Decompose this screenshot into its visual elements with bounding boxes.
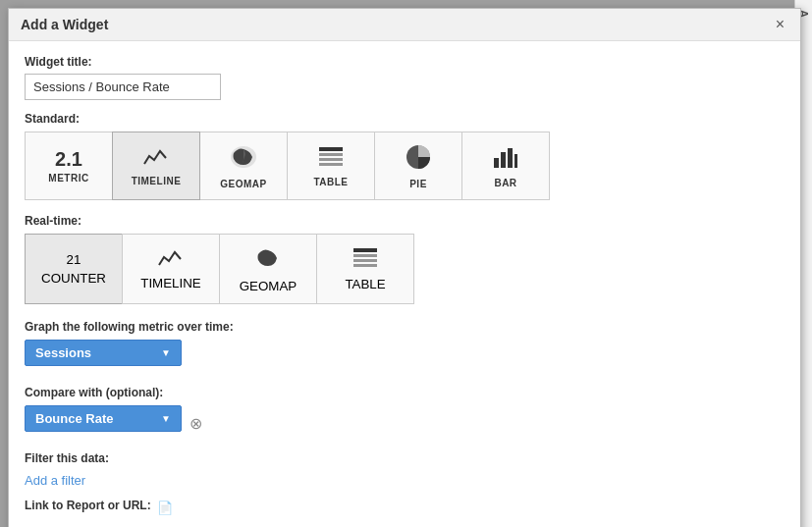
filter-section: Filter this data: Add a filter [25,451,785,489]
standard-pie-btn[interactable]: PIE [374,132,462,200]
svg-rect-12 [353,259,377,262]
svg-rect-1 [319,147,343,151]
svg-rect-11 [353,254,377,257]
add-widget-dialog: Add a Widget × Widget title: Standard: 2… [8,8,801,527]
standard-timeline-btn[interactable]: TIMELINE [112,132,200,200]
dialog-body: Widget title: Standard: 2.1 METRIC [9,41,800,527]
realtime-table-btn[interactable]: TABLE [316,234,414,304]
chevron-down-icon: ▼ [161,347,171,358]
compare-with-section: Compare with (optional): Bounce Rate ▼ ⊗ [25,386,785,442]
standard-metric-btn[interactable]: 2.1 METRIC [25,132,113,200]
realtime-timeline-icon [157,247,185,272]
svg-rect-9 [514,154,517,168]
compare-with-dropdown[interactable]: Bounce Rate ▼ [25,405,182,432]
standard-section-label: Standard: [25,112,785,126]
metric-label: METRIC [48,173,88,184]
geomap-icon [229,143,258,175]
graph-metric-dropdown[interactable]: Sessions ▼ [25,340,182,366]
close-button[interactable]: × [772,17,788,32]
standard-table-btn[interactable]: TABLE [287,132,375,200]
svg-rect-7 [501,152,506,168]
svg-rect-6 [494,158,499,168]
dialog-overlay: A Add a Widget × Widget title: Standard:… [0,0,812,527]
compare-chevron-down-icon: ▼ [161,413,171,424]
realtime-timeline-btn[interactable]: TIMELINE [122,234,220,304]
table-icon [317,145,345,173]
document-icon[interactable]: 📄 [157,501,173,515]
realtime-table-label: TABLE [345,277,385,291]
widget-title-input[interactable] [25,74,221,100]
svg-rect-3 [319,158,343,161]
realtime-counter-btn[interactable]: 21 COUNTER [25,234,123,304]
compare-with-label: Compare with (optional): [25,386,785,399]
clear-compare-icon[interactable]: ⊗ [189,414,202,433]
svg-rect-4 [319,163,343,166]
graph-metric-label: Graph the following metric over time: [25,320,785,334]
standard-geomap-btn[interactable]: GEOMAP [199,132,288,200]
compare-with-row: Bounce Rate ▼ ⊗ [25,405,785,442]
metric-number: 2.1 [55,149,82,169]
standard-type-grid: 2.1 METRIC TIMELINE [25,132,785,200]
filter-label: Filter this data: [25,451,785,465]
svg-rect-8 [508,148,513,168]
realtime-type-grid: 21 COUNTER TIMELINE [25,234,785,304]
realtime-section-label: Real-time: [25,214,785,228]
table-label: TABLE [313,177,348,187]
timeline-icon [142,146,170,172]
counter-label: COUNTER [41,271,106,286]
graph-metric-section: Graph the following metric over time: Se… [25,320,785,376]
pie-label: PIE [409,179,427,189]
standard-bar-btn[interactable]: BAR [461,132,550,200]
compare-with-value: Bounce Rate [35,411,113,426]
realtime-timeline-label: TIMELINE [140,276,200,290]
timeline-label: TIMELINE [132,176,182,186]
counter-number: 21 [67,252,81,267]
realtime-geomap-btn[interactable]: GEOMAP [219,234,317,304]
svg-rect-2 [319,153,343,156]
pie-icon [405,143,432,175]
dialog-title: Add a Widget [21,17,108,32]
realtime-geomap-label: GEOMAP [240,279,298,293]
bar-label: BAR [494,178,516,188]
realtime-table-icon [352,246,379,273]
realtime-geomap-icon [253,244,283,275]
link-report-label: Link to Report or URL: [25,499,151,512]
svg-rect-10 [353,248,377,252]
link-report-section: Link to Report or URL: 📄 [25,499,785,527]
geomap-label: GEOMAP [220,179,266,189]
add-filter-link[interactable]: Add a filter [25,473,85,488]
widget-title-label: Widget title: [25,55,785,69]
svg-rect-13 [353,264,377,267]
graph-metric-value: Sessions [35,345,91,360]
dialog-header: Add a Widget × [9,9,800,41]
bar-icon [492,144,519,174]
